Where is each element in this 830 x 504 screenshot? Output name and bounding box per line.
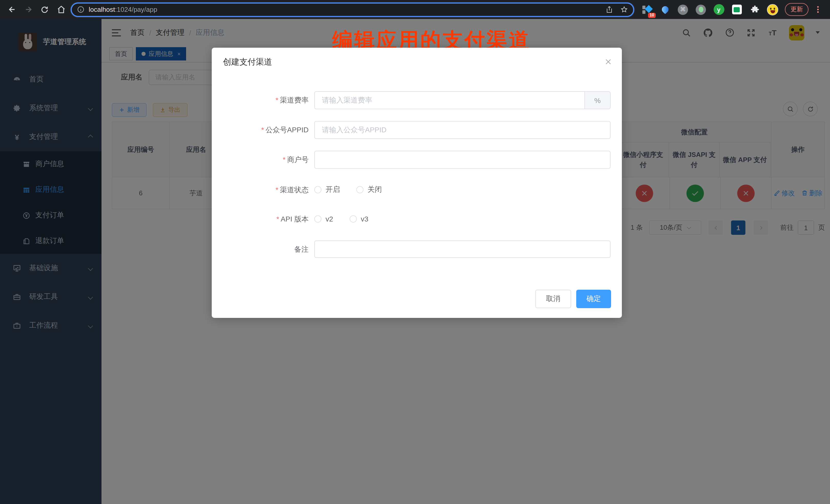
extension-command-icon[interactable]: ⌘ [677, 4, 689, 15]
share-icon[interactable] [605, 6, 613, 13]
percent-suffix: % [584, 92, 610, 109]
bookmark-star-icon[interactable] [620, 6, 628, 13]
browser-toolbar: localhost:1024/pay/app 10 ⌘ y 更新 [0, 0, 830, 19]
close-icon[interactable] [603, 57, 613, 66]
radio-api-v3[interactable]: v3 [350, 215, 369, 223]
browser-menu-icon[interactable] [815, 6, 821, 13]
radio-icon [314, 215, 321, 222]
radio-icon [350, 215, 357, 222]
browser-back-icon[interactable] [5, 3, 19, 16]
field-label-api-version: *API 版本 [212, 210, 309, 228]
extension-balloon-icon[interactable] [659, 4, 671, 15]
browser-reload-icon[interactable] [38, 3, 51, 16]
field-label-rate: *渠道费率 [212, 91, 309, 109]
extension-recorder-icon[interactable] [695, 4, 706, 15]
radio-icon [356, 186, 363, 193]
field-label-status: *渠道状态 [212, 181, 309, 198]
profile-avatar-icon[interactable] [767, 4, 778, 15]
create-pay-channel-dialog: 创建支付渠道 *渠道费率 请输入渠道费率 % *公众号APPID 请输入公众号A… [212, 48, 622, 318]
dialog-title: 创建支付渠道 [223, 57, 272, 68]
radio-icon [314, 186, 321, 193]
remark-input[interactable] [314, 241, 611, 258]
browser-home-icon[interactable] [54, 3, 68, 16]
radio-api-v2[interactable]: v2 [314, 215, 333, 223]
app-shell: 芋道管理系统 首页 系统管理 ¥ 支付管 [0, 19, 830, 504]
cancel-button[interactable]: 取消 [535, 290, 571, 308]
field-label-merchant-no: *商户号 [212, 151, 309, 169]
rate-input[interactable]: 请输入渠道费率 % [314, 91, 611, 109]
extensions-puzzle-icon[interactable] [749, 4, 760, 15]
browser-forward-icon[interactable] [22, 3, 35, 16]
field-label-appid: *公众号APPID [212, 121, 309, 139]
radio-status-closed[interactable]: 关闭 [356, 185, 382, 194]
extension-y-icon[interactable]: y [713, 4, 724, 15]
screen: localhost:1024/pay/app 10 ⌘ y 更新 [0, 0, 830, 504]
merchant-no-input[interactable] [314, 151, 611, 169]
field-label-remark: 备注 [212, 241, 309, 258]
address-bar[interactable]: localhost:1024/pay/app [71, 2, 634, 17]
extension-tabs-icon[interactable]: 10 [641, 4, 652, 15]
url-text: localhost:1024/pay/app [89, 6, 157, 13]
radio-status-open[interactable]: 开启 [314, 185, 340, 194]
chrome-update-button[interactable]: 更新 [785, 3, 808, 16]
site-info-icon[interactable] [77, 6, 85, 13]
confirm-button[interactable]: 确定 [576, 290, 611, 308]
extension-badge: 10 [648, 12, 656, 18]
extension-chat-icon[interactable] [731, 4, 742, 15]
browser-extensions: 10 ⌘ y 更新 [637, 3, 825, 16]
appid-input[interactable]: 请输入公众号APPID [314, 121, 611, 139]
